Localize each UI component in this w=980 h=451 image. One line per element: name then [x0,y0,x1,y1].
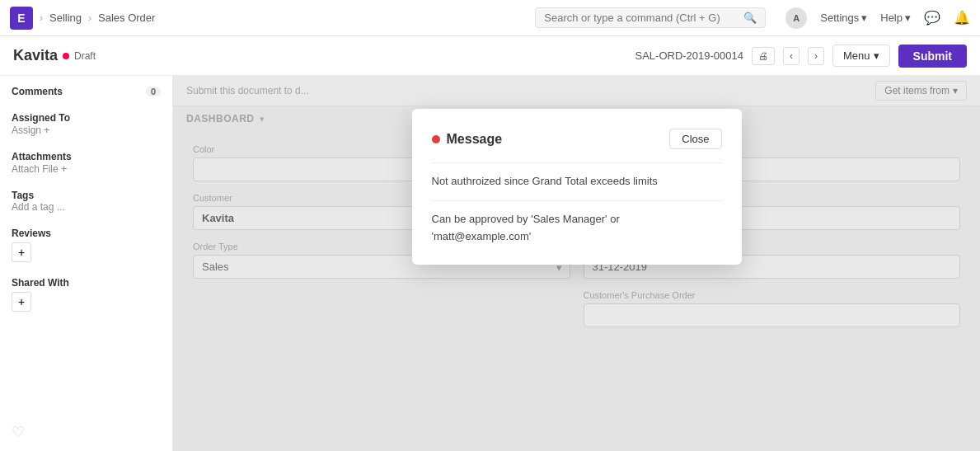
message-modal: Message Close Not authroized since Grand… [412,109,742,265]
reviews-header: Reviews [12,228,161,239]
reviews-label: Reviews [12,228,51,239]
modal-title: Message [432,132,503,147]
doc-header: Kavita Draft SAL-ORD-2019-00014 🖨 ‹ › Me… [0,36,980,76]
comments-label: Comments [12,86,63,97]
comments-count: 0 [146,87,161,96]
comments-header: Comments 0 [12,86,161,97]
search-input[interactable] [544,12,737,24]
modal-title-text: Message [447,132,503,147]
status-badge: Draft [74,50,96,62]
favorite-icon[interactable]: ♡ [12,424,25,440]
doc-id: SAL-ORD-2019-00014 [635,49,743,62]
next-doc-button[interactable]: › [808,47,824,65]
settings-button[interactable]: Settings▾ [820,12,867,24]
add-shared-button[interactable]: + [12,292,31,312]
attachments-header: Attachments [12,151,161,162]
reviews-section: Reviews + [12,228,161,262]
main-layout: Comments 0 Assigned To Assign + Attachme… [0,76,980,451]
prev-doc-button[interactable]: ‹ [783,47,799,65]
doc-title: Kavita [13,47,58,64]
shared-with-header: Shared With [12,277,161,289]
assigned-to-label: Assigned To [12,112,70,124]
modal-message-2: Can be approved by 'Sales Manager' or 'm… [432,211,722,246]
modal-message-1: Not authroized since Grand Total exceeds… [432,173,722,190]
assign-plus-icon: + [44,124,50,136]
modal-close-button[interactable]: Close [669,129,721,149]
assign-button[interactable]: Assign + [12,124,161,136]
nav-right-actions: A Settings▾ Help▾ 💬 🔔 [785,7,970,29]
breadcrumb-selling[interactable]: Selling [49,12,82,24]
help-button[interactable]: Help▾ [880,12,911,24]
breadcrumb-chevron-1: › [40,12,43,24]
add-review-button[interactable]: + [12,242,31,262]
breadcrumb-sales-order[interactable]: Sales Order [98,12,155,24]
sidebar: Comments 0 Assigned To Assign + Attachme… [0,76,173,451]
avatar[interactable]: A [785,7,807,29]
submit-button[interactable]: Submit [898,45,967,68]
print-button[interactable]: 🖨 [752,47,775,65]
attachments-label: Attachments [12,151,72,162]
app-logo[interactable]: E [10,7,33,30]
tags-header: Tags [12,190,161,201]
assigned-to-header: Assigned To [12,112,161,124]
comments-section: Comments 0 [12,86,161,97]
attach-file-button[interactable]: Attach File + [12,162,161,175]
shared-with-section: Shared With + [12,277,161,312]
modal-divider-2 [432,200,722,201]
notifications-icon[interactable]: 💬 [924,10,940,26]
tags-section: Tags Add a tag ... [12,190,161,213]
attach-plus-icon: + [61,162,68,175]
add-tag-label: Add a tag ... [12,201,65,213]
add-tag-button[interactable]: Add a tag ... [12,201,161,213]
breadcrumb-chevron-2: › [88,12,91,24]
bell-icon[interactable]: 🔔 [954,10,970,26]
modal-overlay: Message Close Not authroized since Grand… [173,76,980,451]
tags-label: Tags [12,190,34,201]
modal-divider [432,162,722,163]
content-area: Submit this document to d... Get items f… [173,76,980,451]
attachments-section: Attachments Attach File + [12,151,161,175]
search-bar[interactable]: 🔍 [535,7,766,28]
doc-header-right: SAL-ORD-2019-00014 🖨 ‹ › Menu▾ Submit [635,45,967,68]
modal-header: Message Close [432,129,722,149]
status-dot [63,53,69,59]
modal-title-dot [432,135,440,143]
shared-with-label: Shared With [12,277,69,289]
search-icon: 🔍 [743,12,757,24]
menu-button[interactable]: Menu▾ [832,45,890,67]
top-nav: E › Selling › Sales Order 🔍 A Settings▾ … [0,0,980,36]
assigned-to-section: Assigned To Assign + [12,112,161,136]
